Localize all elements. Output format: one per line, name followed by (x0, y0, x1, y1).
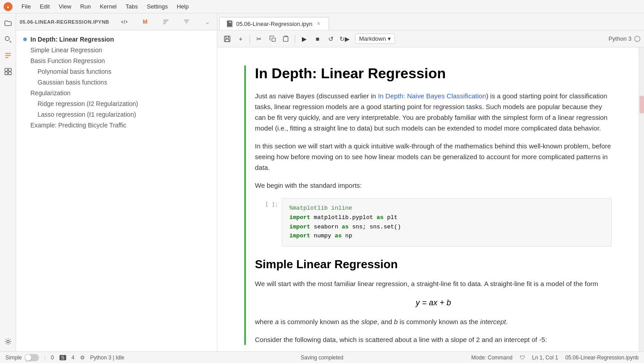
kernel-info: Python 3 (609, 35, 640, 42)
status-right: Mode: Command 🛡 Ln 1, Col 1 05.06-Linear… (471, 355, 639, 361)
sidebar-icon-extensions[interactable] (2, 65, 14, 78)
simple-label: Simple (5, 355, 22, 361)
notebook-heading1: In Depth: Linear Regression (255, 65, 612, 82)
gear-icon[interactable]: ⚙ (80, 355, 85, 361)
s-badge: S (59, 355, 66, 360)
sidebar-icon-toc[interactable] (2, 49, 14, 62)
more-options-btn[interactable]: ⌄ (202, 16, 213, 28)
svg-rect-9 (226, 36, 229, 38)
cell-content-1: %matplotlib inline import matplotlib.pyp… (282, 198, 612, 247)
sidebar-icon-settings[interactable] (2, 335, 14, 348)
notebook-tab[interactable]: 📓 05.06-Linear-Regression.ipyn × (219, 17, 329, 30)
notebook-tab-icon: 📓 (226, 20, 233, 27)
svg-rect-4 (8, 68, 11, 71)
paste-btn[interactable] (280, 33, 292, 45)
code-cell-1[interactable]: [ ]: %matplotlib inline import matplotli… (255, 198, 612, 247)
toc-item-1[interactable]: Simple Linear Regression (16, 45, 217, 55)
notebook-content[interactable]: In Depth: Linear Regression Just as naiv… (217, 47, 639, 351)
filter-btn[interactable] (181, 16, 192, 28)
sidebar-icon-search[interactable] (2, 33, 14, 46)
menu-run[interactable]: Run (76, 2, 94, 11)
add-cell-btn[interactable]: + (234, 33, 247, 45)
code-token: import (289, 224, 310, 230)
menu-kernel[interactable]: Kernel (96, 2, 120, 11)
file-panel-header: 05.06-LINEAR-REGRESSION.IPYNB M ⌄ (16, 13, 217, 30)
menubar: ● File Edit View Run Kernel Tabs Setting… (0, 0, 644, 13)
intercept-label: intercept (480, 318, 506, 325)
toggle-knob (25, 355, 31, 361)
toc-label-1: Simple Linear Regression (30, 46, 102, 54)
stop-btn[interactable]: ■ (311, 33, 324, 45)
right-scrollbar[interactable] (639, 47, 644, 351)
menu-help[interactable]: Help (173, 2, 192, 11)
code-view-btn[interactable] (119, 16, 130, 28)
math-formula: y = ax + b (255, 298, 612, 308)
var-b: b (394, 318, 398, 325)
python-status: Python 3 | Idle (90, 355, 125, 361)
status-center: Saving completed (301, 355, 343, 361)
variable-inspector-btn[interactable]: M (139, 16, 151, 28)
toc-item-6[interactable]: Ridge regression (ℓ2 Regularization) (16, 98, 217, 109)
toc-label-5: Regularization (30, 89, 71, 97)
restart-btn[interactable]: ↺ (325, 33, 337, 45)
toolbar-sep-1 (250, 34, 250, 43)
notebook-tab-name: 05.06-Linear-Regression.ipyn (236, 21, 313, 27)
restart-run-btn[interactable]: ↻▶ (338, 33, 351, 45)
toc-label-3: Polynomial basis functions (38, 68, 111, 75)
code-line-3: import seaborn as sns; sns.set() (289, 223, 604, 232)
sidebar-icon-folder[interactable] (2, 17, 14, 30)
run-btn[interactable]: ▶ (298, 33, 310, 45)
code-line-2: import matplotlib.pyplot as plt (289, 213, 604, 223)
scrollbar-thumb[interactable] (640, 96, 644, 114)
cell-type-dropdown[interactable]: Markdown ▾ (355, 34, 395, 44)
toc-item-4[interactable]: Gaussian basis functions (16, 77, 217, 88)
menu-edit[interactable]: Edit (36, 2, 53, 11)
kernel-name: Python 3 (609, 35, 631, 42)
svg-text:●: ● (7, 5, 9, 9)
naive-bayes-link[interactable]: In Depth: Naive Bayes Classification (378, 92, 486, 100)
cut-btn[interactable]: ✂ (253, 33, 265, 45)
svg-point-7 (7, 340, 9, 342)
toc-item-0[interactable]: In Depth: Linear Regression (16, 34, 217, 45)
notebook-tab-close[interactable]: × (315, 20, 322, 27)
svg-point-2 (5, 37, 9, 41)
svg-rect-6 (8, 72, 11, 75)
active-cell-indicator (244, 65, 246, 345)
cell-type-label: Markdown (359, 35, 386, 42)
code-token: %matplotlib inline (289, 205, 352, 211)
menu-settings[interactable]: Settings (143, 2, 171, 11)
notebook-paragraph-3: We begin with the standard imports: (255, 180, 612, 191)
toc-btn[interactable] (160, 16, 172, 28)
save-btn[interactable] (221, 33, 233, 45)
toc-item-5[interactable]: Regularization (16, 88, 217, 98)
menu-file[interactable]: File (18, 2, 34, 11)
cell-count: 0 (51, 355, 54, 361)
code-block-1[interactable]: %matplotlib inline import matplotlib.pyp… (282, 198, 612, 247)
toc-item-7[interactable]: Lasso regression (ℓ1 regularization) (16, 109, 217, 120)
toc-label-8: Example: Predicting Bicycle Traffic (30, 122, 127, 129)
toc-label-6: Ridge regression (ℓ2 Regularization) (38, 100, 138, 107)
svg-rect-3 (4, 68, 7, 71)
main-area: 05.06-LINEAR-REGRESSION.IPYNB M ⌄ (0, 13, 644, 351)
notebook-paragraph-4: We will start with the most familiar lin… (255, 279, 612, 289)
copy-btn[interactable] (266, 33, 279, 45)
position-label: Ln 1, Col 1 (532, 355, 558, 361)
toc-item-2[interactable]: Basis Function Regression (16, 55, 217, 66)
svg-rect-10 (225, 39, 229, 42)
code-token: import (289, 232, 310, 239)
toc-item-3[interactable]: Polynomial basis functions ··· (16, 66, 217, 77)
toggle-switch[interactable] (25, 354, 39, 361)
kernel-status-circle (634, 36, 640, 42)
toc-item-8[interactable]: Example: Predicting Bicycle Traffic (16, 120, 217, 131)
notebook-tabs: 📓 05.06-Linear-Regression.ipyn × (217, 13, 644, 30)
notebook-panel: 📓 05.06-Linear-Regression.ipyn × + ✂ (217, 13, 644, 351)
notebook-paragraph-2: In this section we will start with a qui… (255, 141, 612, 173)
menu-view[interactable]: View (55, 2, 75, 11)
code-token: import (289, 214, 310, 221)
notebook-toolbar: + ✂ ▶ ■ ↺ ↻▶ Markdown ▾ (217, 30, 644, 47)
statusbar: Simple | 0 S 4 ⚙ Python 3 | Idle Saving … (0, 351, 644, 363)
para1-before-link: Just as naive Bayes (discussed earlier i… (255, 92, 378, 100)
svg-rect-11 (272, 38, 275, 42)
menu-tabs[interactable]: Tabs (122, 2, 141, 11)
simple-toggle[interactable]: Simple (5, 354, 39, 361)
